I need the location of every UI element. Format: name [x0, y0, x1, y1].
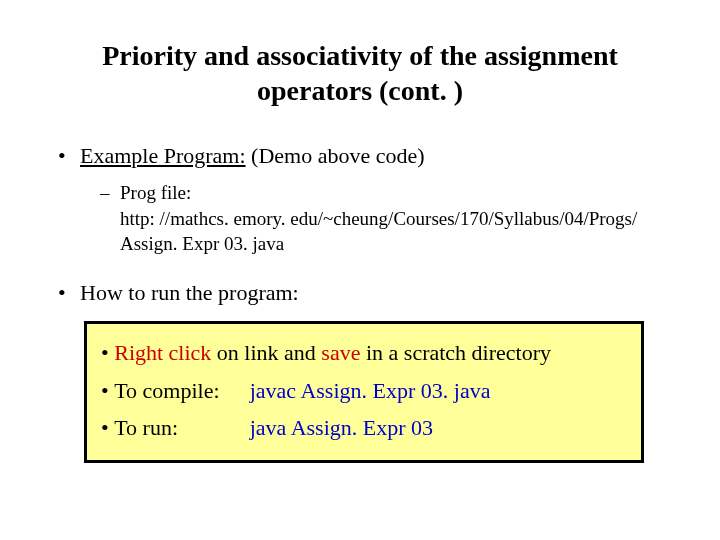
- instruction-text-mid: on link and: [211, 340, 321, 365]
- bullet-how-to-run: How to run the program:: [50, 279, 670, 308]
- right-click-text: Right click: [114, 340, 211, 365]
- instruction-row-download: • Right click on link and save in a scra…: [101, 334, 627, 371]
- compile-label: To compile:: [114, 372, 244, 409]
- instructions-box: • Right click on link and save in a scra…: [84, 321, 644, 463]
- instruction-row-run: • To run: java Assign. Expr 03: [101, 409, 627, 446]
- prog-file-label: Prog file:: [120, 182, 191, 203]
- bullet-list-level1: Example Program: (Demo above code) Prog …: [50, 142, 670, 307]
- run-command: java Assign. Expr 03: [250, 415, 433, 440]
- bullet-example-program: Example Program: (Demo above code) Prog …: [50, 142, 670, 257]
- save-text: save: [321, 340, 360, 365]
- instruction-row-compile: • To compile: javac Assign. Expr 03. jav…: [101, 372, 627, 409]
- bullet-list-level2: Prog file: http: //mathcs. emory. edu/~c…: [80, 181, 670, 257]
- example-program-tail: (Demo above code): [246, 143, 425, 168]
- compile-command: javac Assign. Expr 03. java: [250, 378, 491, 403]
- prog-file-url: http: //mathcs. emory. edu/~cheung/Cours…: [120, 207, 670, 256]
- slide-title: Priority and associativity of the assign…: [50, 38, 670, 108]
- bullet-prog-file: Prog file: http: //mathcs. emory. edu/~c…: [100, 181, 670, 257]
- instruction-text-end: in a scratch directory: [360, 340, 551, 365]
- how-to-run-text: How to run the program:: [80, 280, 299, 305]
- slide: Priority and associativity of the assign…: [0, 0, 720, 540]
- run-label: To run:: [114, 409, 244, 446]
- example-program-label: Example Program:: [80, 143, 246, 168]
